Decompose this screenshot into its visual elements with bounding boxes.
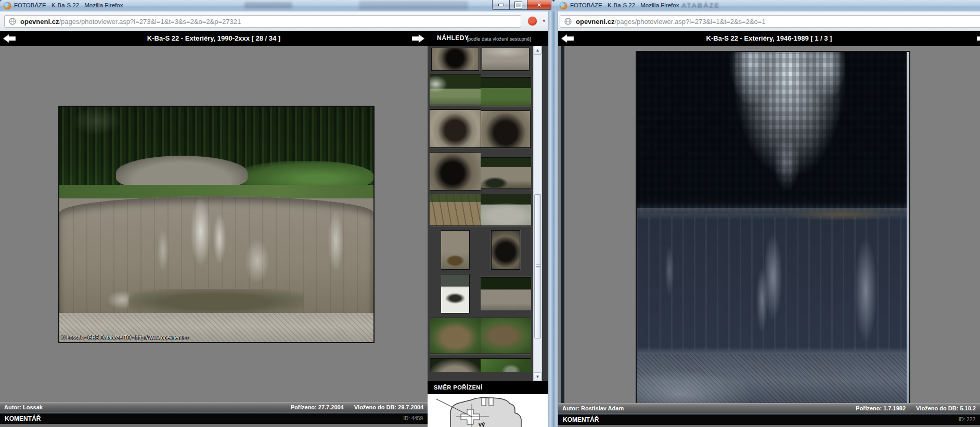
author-label: Autor: Lossak (4, 403, 43, 412)
taken-date: Pořízeno: 27.7.2004 (291, 404, 344, 410)
thumbnail-snow-dome[interactable] (441, 274, 470, 313)
window-title: FOTOBÁZE - K-Ba-S 22 - Mozilla Firefox (570, 2, 679, 8)
thumbnail-cell (430, 152, 481, 192)
db-date: Vloženo do DB: 5.10.2 (916, 405, 976, 411)
thumbnail-cell (430, 318, 481, 356)
close-button[interactable]: × (527, 0, 551, 10)
scrollbar-thumb[interactable] (534, 194, 541, 338)
thumbnail-cell (430, 358, 481, 372)
smer-porizeni-header: SMĚR POŘÍZENÍ (428, 381, 548, 394)
url-field[interactable]: opevneni.cz/pages/photoviewer.asp?i=273&… (4, 15, 521, 28)
thumbnail-cell (430, 74, 481, 107)
window-left-border (553, 11, 558, 427)
scroll-down-button[interactable]: ▼ (534, 372, 541, 381)
dropdown-caret-icon[interactable]: ▾ (543, 18, 545, 23)
thumbnail-dome-dark[interactable] (430, 358, 481, 372)
thumbnail-scrollbar[interactable]: ▲ ▼ (533, 46, 542, 381)
thumbnail-list (430, 46, 531, 381)
direction-diagram: vý (428, 394, 548, 427)
gallery-title: K-Ba-S 22 - Exteriéry, 1946-1989 [ 1 / 3… (558, 34, 980, 42)
author-label: Autor: Rostislav Adam (562, 404, 624, 413)
titlebar-left[interactable]: FOTOBÁZE - K-Ba-S 22 - Mozilla Firefox × (0, 0, 553, 12)
thumbnail-header: NÁHLEDY [podle data vložení sestupně] (428, 31, 548, 46)
thumbnail-cell (481, 230, 532, 272)
background-window-ghost (359, 1, 468, 10)
thumbnail-cell (481, 152, 532, 192)
thumbnail-cell (430, 274, 481, 316)
thumbnail-shaft-inner[interactable] (481, 110, 531, 148)
minimize-button[interactable] (492, 0, 510, 10)
page-edge-strip (561, 46, 564, 403)
photo-area: © Lossak - GPS Databáze TO - http://www.… (0, 46, 428, 402)
url-domain: opevneni.cz (20, 18, 59, 26)
thumbnail-pit-pond[interactable] (481, 157, 532, 189)
comment-bar: KOMENTÁŘ ID: 222 (558, 415, 980, 425)
main-photo[interactable] (636, 51, 910, 404)
thumbnail-cell (481, 74, 532, 107)
comment-label: KOMENTÁŘ (563, 415, 599, 425)
scroll-up-button[interactable]: ▲ (534, 46, 541, 55)
photo-area (558, 46, 980, 403)
taken-date: Pořízeno: 1.7.1982 (856, 405, 906, 411)
next-photo-arrow[interactable] (977, 34, 980, 43)
thumbnail-shaft-round[interactable] (430, 109, 481, 148)
photo-id: ID: 4459 (403, 413, 423, 424)
thumbnail-cell (481, 358, 532, 372)
thumbnails-title: NÁHLEDY (437, 34, 469, 42)
thumbnail-panel: NÁHLEDY [podle data vložení sestupně] ▲ … (428, 31, 548, 427)
photo-slide-edge (907, 52, 909, 403)
thumbnails-sort-order: [podle data vložení sestupně] (467, 36, 531, 42)
thumbnail-shaft-water[interactable] (441, 230, 470, 270)
comment-label: KOMENTÁŘ (5, 413, 41, 424)
desktop: FOTOBÁZE - K-Ba-S 22 - Mozilla Firefox ×… (0, 0, 980, 427)
close-icon: × (537, 2, 541, 8)
comment-bar: KOMENTÁŘ ID: 4459 (0, 413, 428, 424)
date-labels: Pořízeno: 27.7.2004Vloženo do DB: 29.7.2… (280, 403, 423, 412)
photo-floor-region (128, 289, 304, 315)
window-right-border (548, 11, 553, 427)
maximize-button[interactable] (510, 0, 527, 10)
titlebar-right[interactable]: FOTOBÁZE - K-Ba-S 22 - Mozilla Firefox A… (553, 0, 980, 12)
thumbnail-foliage[interactable] (481, 358, 532, 372)
photo-rim-region (637, 354, 909, 403)
thumbnail-dirt-mound[interactable] (430, 194, 481, 226)
thumbnail-cell (481, 318, 532, 356)
viewer-header: K-Ba-S 22 - Exteriéry, 1946-1989 [ 1 / 3… (558, 31, 980, 46)
globe-icon (564, 18, 572, 25)
thumbnail-pit-forest[interactable] (481, 277, 532, 310)
thumbnail-shaft-above[interactable] (491, 230, 520, 270)
thumbnail-aerial-dig[interactable] (430, 318, 481, 354)
db-date: Vloženo do DB: 29.7.2004 (354, 404, 423, 410)
thumbnail-shaft-grate[interactable] (430, 152, 481, 191)
firefox-icon (4, 2, 11, 9)
thumbnail-cell (481, 274, 532, 316)
url-field[interactable]: opevneni.cz/pages/photoviewer.asp?i=273&… (560, 15, 980, 28)
direction-label: vý (479, 421, 485, 427)
window-title: FOTOBÁZE - K-Ba-S 22 - Mozilla Firefox (14, 2, 123, 8)
next-photo-arrow[interactable] (412, 34, 424, 43)
date-labels: Pořízeno: 1.7.1982Vloženo do DB: 5.10.2 (845, 404, 976, 413)
window-footer (0, 424, 428, 427)
photo-forest-region (637, 52, 909, 214)
firefox-icon (560, 2, 567, 9)
firefox-window-right: FOTOBÁZE - K-Ba-S 22 - Mozilla Firefox A… (553, 0, 980, 427)
thumbnail-dome-people[interactable] (481, 194, 532, 226)
main-photo[interactable]: © Lossak - GPS Databáze TO - http://www.… (58, 106, 375, 343)
navigation-bar: opevneni.cz/pages/photoviewer.asp?i=273&… (0, 11, 553, 32)
thumbnail-meadow-fence[interactable] (481, 77, 532, 106)
thumbnail-pit-wall[interactable] (482, 48, 530, 71)
thumbnail-shaft-dark[interactable] (431, 48, 479, 71)
thumbnail-cell (481, 109, 532, 150)
adblock-icon[interactable] (528, 17, 537, 26)
photo-info-bar: Autor: Lossak Pořízeno: 27.7.2004Vloženo… (0, 402, 428, 412)
thumbnail-cell (430, 194, 481, 228)
photo-watermark: © Lossak - GPS Databáze TO - http://www.… (61, 335, 189, 341)
navigation-bar: opevneni.cz/pages/photoviewer.asp?i=273&… (553, 11, 980, 32)
thumbnail-clearing-fence[interactable] (430, 74, 481, 105)
thumbnail-aerial-dig[interactable] (481, 318, 532, 354)
photo-stains-region (637, 217, 909, 350)
url-path: /pages/photoviewer.asp?i=273&l=1&t=3&s=2… (59, 18, 241, 26)
maximize-icon (515, 2, 522, 8)
globe-icon (9, 18, 16, 25)
photo-info-bar: Autor: Rostislav Adam Pořízeno: 1.7.1982… (558, 403, 980, 413)
